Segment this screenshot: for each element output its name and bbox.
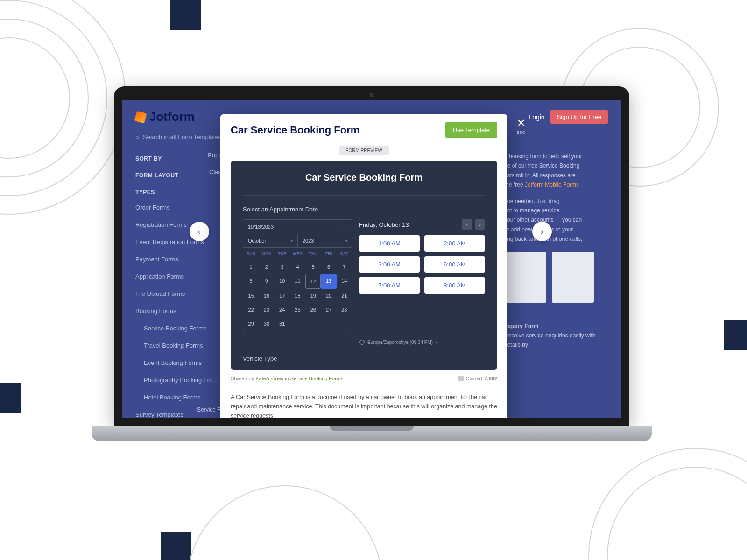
calendar-grid: SUN MON TUE WED THU FRI SAT 1 2 3 4 5 — [243, 248, 352, 331]
form-preview-tab[interactable]: FORM PREVIEW — [339, 146, 388, 155]
login-link[interactable]: Login — [529, 113, 544, 121]
right-panel-text: a booking form to help sell your ne of o… — [504, 152, 607, 350]
screen: Jotform Login Sign Up for Free ⌕ Search … — [122, 100, 621, 418]
time-slot[interactable]: 8:00 AM — [424, 277, 485, 294]
month-select[interactable]: October▾ — [243, 234, 298, 247]
calendar-day[interactable]: 17 — [275, 289, 290, 303]
layout-label: FORM LAYOUT — [135, 172, 178, 179]
calendar-day[interactable]: 20 — [321, 289, 336, 303]
chevron-down-icon: ▾ — [436, 340, 437, 344]
sidebar-item[interactable]: Registration Forms2,5 — [135, 219, 229, 230]
calendar-day[interactable]: 26 — [305, 303, 321, 317]
calendar-day[interactable]: 12 — [305, 274, 321, 289]
search-icon: ⌕ — [135, 133, 139, 140]
time-slot[interactable]: 3:00 AM — [359, 256, 420, 273]
laptop-mockup: Jotform Login Sign Up for Free ⌕ Search … — [114, 86, 629, 441]
calendar-day[interactable]: 3 — [275, 260, 290, 274]
deco-circle — [187, 485, 383, 560]
sidebar-item[interactable]: Event Registration Forms — [135, 237, 229, 247]
calendar-day[interactable]: 9 — [259, 274, 274, 289]
sidebar-item[interactable]: Booking Forms75 — [135, 306, 229, 316]
calendar-day[interactable]: 31 — [275, 317, 290, 331]
close-button[interactable]: ✕ESC — [516, 117, 525, 135]
deco-square — [724, 320, 747, 350]
signup-button[interactable]: Sign Up for Free — [550, 110, 608, 124]
calendar-day[interactable]: 24 — [275, 303, 290, 317]
appointment-label: Select an Appointment Date — [243, 206, 485, 213]
template-thumbnail[interactable] — [504, 252, 546, 303]
calendar-day[interactable]: 1 — [243, 260, 259, 274]
modal-title: Car Service Booking Form — [231, 124, 359, 136]
sidebar-item[interactable]: Payment Forms — [135, 254, 229, 265]
date-input[interactable]: 10/13/2023 — [243, 220, 352, 234]
time-slot[interactable]: 6:00 AM — [424, 256, 485, 273]
calendar-day[interactable]: 4 — [290, 260, 305, 274]
sidebar-subitem[interactable]: Service Booking Forms — [135, 323, 229, 334]
types-label: TYPES — [135, 189, 229, 196]
form-title: Car Service Booking Form — [243, 172, 485, 183]
vehicle-type-label: Vehicle Type — [243, 355, 485, 362]
calendar-day[interactable]: 28 — [337, 303, 352, 317]
calendar-day[interactable]: 25 — [290, 303, 305, 317]
calendar-day[interactable]: 7 — [337, 260, 352, 274]
calendar-day[interactable]: 15 — [243, 289, 259, 303]
laptop-base — [92, 426, 652, 441]
deco-square — [170, 0, 201, 30]
chevron-down-icon: ▾ — [345, 239, 347, 243]
sidebar-subitem[interactable]: Hotel Booking Forms — [135, 392, 229, 403]
template-description: A Car Service Booking Form is a document… — [220, 387, 507, 418]
carousel-next-button[interactable]: › — [532, 222, 552, 241]
sidebar-subitem[interactable]: Photography Booking For… — [135, 375, 229, 385]
logo-icon — [134, 111, 147, 123]
time-picker: Friday, October 13 ‹ › 1:00 AM 2:00 AM 3… — [359, 219, 485, 331]
calendar-day[interactable]: 10 — [275, 274, 290, 289]
time-next-button[interactable]: › — [475, 219, 485, 230]
calendar-day[interactable]: 6 — [321, 260, 336, 274]
calendar-icon — [341, 224, 347, 230]
time-slot[interactable]: 1:00 AM — [359, 235, 420, 252]
calendar-day[interactable]: 23 — [259, 303, 274, 317]
calendar-day[interactable]: 8 — [243, 274, 259, 289]
year-select[interactable]: 2023▾ — [298, 234, 352, 247]
form-preview: Car Service Booking Form Select an Appoi… — [231, 161, 497, 370]
calendar-day[interactable]: 27 — [321, 303, 336, 317]
logo[interactable]: Jotform — [135, 110, 195, 124]
calendar-day-selected[interactable]: 13 — [321, 274, 336, 289]
time-prev-button[interactable]: ‹ — [462, 219, 472, 230]
auth-links: Login Sign Up for Free — [529, 110, 608, 124]
calendar-day[interactable]: 2 — [259, 260, 274, 274]
sidebar-subitem[interactable]: Travel Booking Forms — [135, 340, 229, 351]
calendar-day[interactable]: 21 — [337, 289, 352, 303]
calendar-day[interactable]: 30 — [259, 317, 274, 331]
search-placeholder: Search in all Form Templates — [143, 133, 221, 140]
globe-icon — [359, 340, 365, 345]
template-meta: Shared by KateAndrew in Service Booking … — [220, 370, 507, 387]
sidebar-item[interactable]: Order Forms4,1 — [135, 202, 229, 213]
sortby-label: SORT BY — [135, 155, 162, 162]
calendar-day[interactable]: 19 — [305, 289, 321, 303]
timezone-selector[interactable]: Europe/Zaporozhye (09:24 PM) ▾ — [243, 340, 485, 345]
calendar-day[interactable]: 22 — [243, 303, 259, 317]
carousel-prev-button[interactable]: ‹ — [190, 222, 209, 241]
calendar-day[interactable]: 29 — [243, 317, 259, 331]
calendar-day[interactable]: 11 — [290, 274, 305, 289]
sidebar-item[interactable]: Application Forms1,8 — [135, 271, 229, 282]
author-link[interactable]: KateAndrew — [255, 376, 283, 381]
template-thumbnail[interactable] — [552, 252, 594, 303]
template-modal: ✕ESC Car Service Booking Form Use Templa… — [220, 114, 507, 418]
calendar-day[interactable]: 16 — [259, 289, 274, 303]
calendar-day[interactable]: 14 — [337, 274, 352, 289]
sidebar-item[interactable]: File Upload Forms — [135, 288, 229, 299]
clone-icon — [458, 376, 464, 381]
use-template-button[interactable]: Use Template — [445, 122, 497, 138]
logo-text: Jotform — [149, 110, 195, 124]
calendar-day[interactable]: 18 — [290, 289, 305, 303]
sidebar-subitem[interactable]: Event Booking Forms — [135, 357, 229, 368]
time-slot[interactable]: 7:00 AM — [359, 277, 420, 294]
inquiry-title: Inquiry Form — [504, 322, 607, 331]
selected-date-label: Friday, October 13 — [359, 221, 409, 228]
time-slot[interactable]: 2:00 AM — [424, 235, 485, 252]
deco-square — [0, 383, 21, 413]
category-link[interactable]: Service Booking Forms — [290, 376, 344, 381]
calendar-day[interactable]: 5 — [305, 260, 321, 274]
